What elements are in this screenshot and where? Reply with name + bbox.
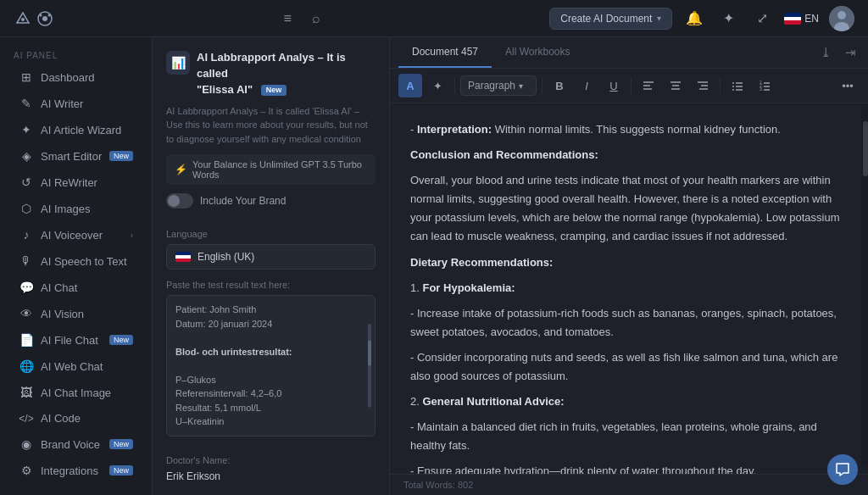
sidebar-item-label: AI File Chat <box>41 334 103 347</box>
new-badge: New <box>109 465 133 476</box>
toolbar-ai-btn[interactable]: A <box>398 74 422 97</box>
editor-line-7: - Consider incorporating nuts and seeds,… <box>410 348 848 386</box>
sidebar-item-label: Dashboard <box>41 71 133 84</box>
editor-line-6: - Increase intake of potassium-rich food… <box>410 304 848 342</box>
language-section-label: Language <box>166 229 376 239</box>
more-options-button[interactable]: ••• <box>836 74 860 97</box>
svg-point-4 <box>48 14 51 16</box>
dashboard-icon: ⊞ <box>19 70 34 84</box>
new-badge: New <box>109 151 133 161</box>
notification-bell[interactable]: 🔔 <box>682 7 706 31</box>
tab-document-457[interactable]: Document 457 <box>398 37 492 68</box>
paste-line-4: P–Glukos <box>175 373 366 387</box>
ai-rewriter-icon: ↺ <box>19 175 34 189</box>
svg-point-17 <box>732 82 734 84</box>
ai-chat-icon: 💬 <box>19 281 34 294</box>
panel-title-text: AI Labbrapport Analys – It is called "El… <box>197 51 346 96</box>
paste-content: Patient: John Smith Datum: 20 januari 20… <box>175 303 366 429</box>
ai-code-icon: </> <box>19 413 34 425</box>
sidebar-item-ai-web-chat[interactable]: 🌐 AI Web Chat <box>5 353 147 379</box>
toolbar-magic-btn[interactable]: ✦ <box>426 74 449 97</box>
logo <box>14 9 54 28</box>
sidebar-item-ai-images[interactable]: ⬡ AI Images <box>5 196 147 221</box>
sun-icon[interactable]: ✦ <box>716 7 740 31</box>
paste-textarea[interactable]: Patient: John Smith Datum: 20 januari 20… <box>166 295 376 437</box>
sidebar-item-ai-rewriter[interactable]: ↺ AI ReWriter <box>5 170 147 195</box>
download-icon[interactable]: ⤓ <box>817 42 835 64</box>
ordered-list-button[interactable]: 1.2.3. <box>753 74 776 97</box>
ai-web-chat-icon: 🌐 <box>19 359 34 373</box>
unordered-list-button[interactable] <box>726 74 749 97</box>
smart-editor-icon: ◈ <box>19 149 34 163</box>
user-avatar[interactable] <box>829 6 854 31</box>
sidebar-item-label: AI Vision <box>41 308 133 320</box>
balance-text: Your Balance is Unlimited GPT 3.5 Turbo … <box>192 159 367 180</box>
sidebar-item-smart-editor[interactable]: ◈ Smart Editor New <box>5 143 147 169</box>
sidebar-item-ai-chat[interactable]: 💬 AI Chat <box>5 275 147 300</box>
language-section: Language English (UK) <box>153 229 389 280</box>
sidebar-item-label: AI Chat Image <box>41 387 133 399</box>
brand-toggle[interactable] <box>166 193 193 209</box>
align-left-button[interactable] <box>637 74 660 97</box>
ai-images-icon: ⬡ <box>19 202 34 215</box>
sidebar-item-ai-chat-image[interactable]: 🖼 AI Chat Image <box>5 380 147 405</box>
svg-text:3.: 3. <box>760 86 763 92</box>
share-icon[interactable]: ⇥ <box>842 42 860 64</box>
language-dropdown[interactable]: English (UK) <box>166 244 376 270</box>
toolbar-sep-2 <box>542 77 542 94</box>
sidebar-item-ai-file-chat[interactable]: 📄 AI File Chat New <box>5 327 147 353</box>
sidebar-item-ai-code[interactable]: </> AI Code <box>5 406 147 431</box>
align-right-button[interactable] <box>691 74 715 97</box>
sidebar-item-dashboard[interactable]: ⊞ Dashboard <box>5 64 147 90</box>
underline-button[interactable]: U <box>602 74 626 97</box>
textarea-scrollbar <box>368 324 371 408</box>
align-center-button[interactable] <box>664 74 687 97</box>
paragraph-label: Paragraph <box>468 80 515 92</box>
create-ai-label: Create AI Document <box>560 13 652 25</box>
align-left-icon <box>643 80 654 92</box>
sidebar-item-label: AI Images <box>41 203 133 215</box>
sidebar-item-ai-article[interactable]: ✦ AI Article Wizard <box>5 117 147 142</box>
sidebar-item-label: AI Voiceover <box>41 229 124 242</box>
expand-icon[interactable]: ⤢ <box>750 7 774 31</box>
chat-bubble-button[interactable] <box>827 454 858 485</box>
panel-title-row: 📊 AI Labbrapport Analys – It is called "… <box>166 49 376 97</box>
editor-line-3: Overall, your blood and urine tests indi… <box>410 171 848 246</box>
sidebar-item-ai-voiceover[interactable]: ♪ AI Voiceover › <box>5 222 147 248</box>
editor-line-9: - Maintain a balanced diet rich in fruit… <box>410 418 848 455</box>
balance-icon: ⚡ <box>175 164 187 175</box>
sidebar-item-integrations[interactable]: ⚙ Integrations New <box>5 458 147 483</box>
main-layout: AI PANEL ⊞ Dashboard ✎ AI Writer ✦ AI Ar… <box>0 37 868 495</box>
textarea-scroll-thumb <box>368 341 371 366</box>
editor-scrollbar[interactable] <box>861 103 868 467</box>
paragraph-dropdown[interactable]: Paragraph ▾ <box>460 75 537 96</box>
paste-line-6: Resultat: 5,1 mmol/L <box>175 401 366 415</box>
panel-description: AI Labbrapport Analys – It is called 'El… <box>166 104 376 147</box>
language-selector[interactable]: EN <box>784 13 819 25</box>
editor-line-1: - Interpretation: Within normal limits. … <box>410 120 848 139</box>
tab-all-workbooks[interactable]: All Workbooks <box>492 37 583 68</box>
svg-point-0 <box>21 18 25 21</box>
sidebar-item-ai-vision[interactable]: 👁 AI Vision <box>5 301 147 326</box>
sidebar-item-label: AI Writer <box>41 97 133 110</box>
create-ai-arrow: ▾ <box>657 14 661 23</box>
uk-flag-icon <box>784 13 801 25</box>
word-count: Total Words: 802 <box>403 480 473 490</box>
ai-article-icon: ✦ <box>19 123 34 136</box>
avatar-image <box>829 6 854 31</box>
create-ai-button[interactable]: Create AI Document ▾ <box>549 8 672 30</box>
align-right-icon <box>697 80 709 92</box>
bold-button[interactable]: B <box>548 74 571 97</box>
sidebar-item-ai-writer[interactable]: ✎ AI Writer <box>5 91 147 116</box>
language-value: English (UK) <box>198 251 254 263</box>
header-right: Create AI Document ▾ 🔔 ✦ ⤢ EN <box>549 6 854 31</box>
sidebar-item-label: Smart Editor <box>41 150 103 163</box>
sidebar-item-brand-voice[interactable]: ◉ Brand Voice New <box>5 431 147 457</box>
search-icon[interactable]: ⌕ <box>309 8 324 30</box>
ai-file-chat-icon: 📄 <box>19 333 34 347</box>
italic-button[interactable]: I <box>575 74 598 97</box>
doctor-label: Doctor's Name: <box>166 455 376 465</box>
menu-icon[interactable]: ≡ <box>280 8 294 30</box>
editor-body[interactable]: - Interpretation: Within normal limits. … <box>390 103 868 474</box>
sidebar-item-ai-speech[interactable]: 🎙 AI Speech to Text <box>5 248 147 274</box>
